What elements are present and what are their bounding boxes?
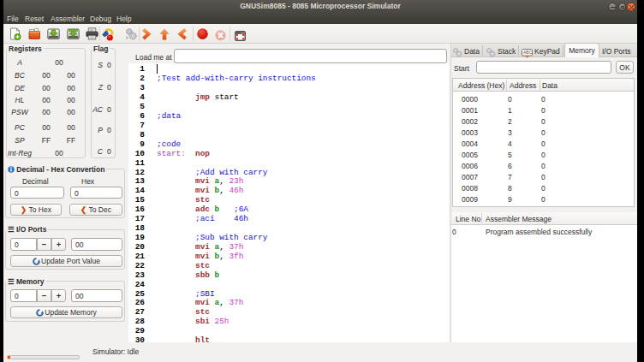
svg-text:ABC: ABC — [523, 50, 533, 55]
